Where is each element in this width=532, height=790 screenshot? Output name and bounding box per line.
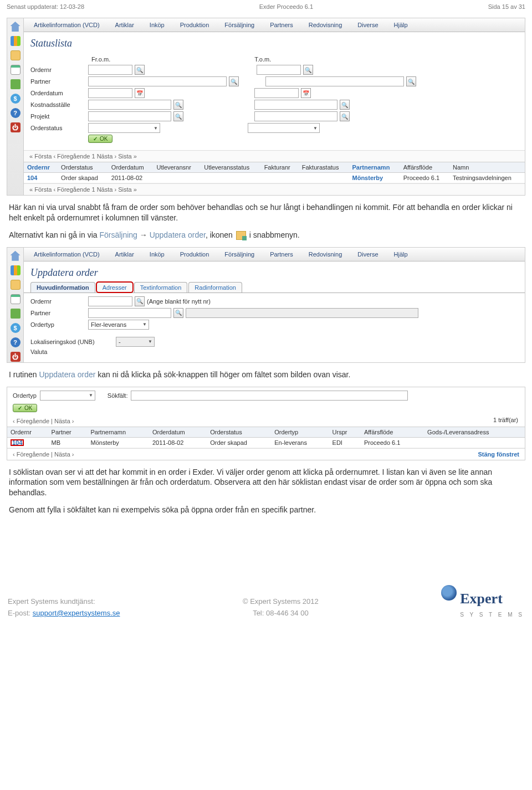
projekt-from-input[interactable] [88,111,171,121]
th-namn[interactable]: Namn [449,162,525,173]
projekt-to-input[interactable] [254,111,337,121]
lookup-icon[interactable]: 🔍 [173,308,183,318]
footer-epost-link[interactable]: support@expertsystems.se [33,609,120,617]
th-utleveransstatus[interactable]: Utleveransstatus [201,162,260,173]
th-affarsflode[interactable]: Affärsflöde [400,162,449,173]
ordernr-to-input[interactable] [257,65,301,75]
tab-adresser[interactable]: Adresser [96,282,133,293]
th-utleveransnr[interactable]: Utleveransnr [153,162,201,173]
lookup-icon[interactable]: 🔍 [135,65,145,75]
ok-button[interactable]: OK [13,404,37,412]
calendar-icon[interactable]: 📅 [301,88,311,98]
tab-textinformation[interactable]: Textinformation [134,282,188,293]
kostnad-to-input[interactable] [254,100,337,110]
power-icon[interactable]: ⏻ [11,122,21,132]
document-icon[interactable] [11,50,21,60]
pager-top[interactable]: « Första ‹ Föregående 1 Nästa › Sista » [24,150,525,162]
menu-artikelinfo[interactable]: Artikelinformation (VCD) [28,20,105,29]
partner-to-input[interactable] [265,76,404,86]
ordernr-from-input[interactable] [88,65,132,75]
label-ordertyp: Ordertyp [13,392,37,399]
th-orderstatus[interactable]: Orderstatus [207,427,271,437]
menu-artikelinfo[interactable]: Artikelinformation (VCD) [28,250,105,259]
menu-artiklar[interactable]: Artiklar [110,20,140,29]
power-icon[interactable]: ⏻ [11,352,21,362]
cell-partnernamn[interactable]: Mönsterby [349,173,400,183]
close-window-link[interactable]: Stäng fönstret [472,449,525,460]
pager-bottom[interactable]: « Första ‹ Föregående 1 Nästa › Sista » [24,183,525,195]
calendar-icon[interactable] [11,65,21,75]
menu-artiklar[interactable]: Artiklar [110,250,140,259]
home-icon[interactable] [11,251,21,261]
th-urspr[interactable]: Urspr [329,427,361,437]
th-fakturastatus[interactable]: Fakturastatus [299,162,349,173]
th-godsaddr[interactable]: Gods-/Leveransadress [424,427,525,437]
menu-diverse[interactable]: Diverse [352,20,383,29]
orderstatus-to-select[interactable] [248,123,320,133]
lookup-icon[interactable]: 🔍 [173,100,183,110]
th-ordernr[interactable]: Ordernr [24,162,58,173]
menu-inkop[interactable]: Inköp [144,20,170,29]
kostnad-from-input[interactable] [88,100,171,110]
calendar-icon[interactable]: 📅 [135,88,145,98]
money-icon[interactable]: $ [11,323,21,333]
update-order-icon [236,231,246,240]
menu-hjalp[interactable]: Hjälp [388,250,413,259]
sokfalt-input[interactable] [131,391,408,401]
ordernr-input[interactable] [88,296,132,306]
th-orderdatum[interactable]: Orderdatum [108,162,154,173]
money-icon[interactable]: $ [11,94,21,104]
cell-ordernr[interactable]: 104 [7,437,48,448]
menu-partners[interactable]: Partners [264,250,299,259]
orderdatum-from-input[interactable] [88,88,132,98]
menu-partners[interactable]: Partners [264,20,299,29]
menu-diverse[interactable]: Diverse [352,250,383,259]
th-orderstatus[interactable]: Orderstatus [58,162,108,173]
document-icon[interactable] [11,280,21,290]
ordertyp-select[interactable]: Fler-leverans [88,320,149,330]
lokkod-select[interactable]: - [116,337,155,347]
th-partnernamn[interactable]: Partnernamn [349,162,400,173]
menu-hjalp[interactable]: Hjälp [388,20,413,29]
truck-icon[interactable] [11,79,21,89]
truck-icon[interactable] [11,309,21,319]
th-orderdatum[interactable]: Orderdatum [149,427,207,437]
ordertyp-select[interactable] [40,391,95,401]
lookup-icon[interactable]: 🔍 [135,296,145,306]
calendar-icon[interactable] [11,294,21,304]
home-icon[interactable] [11,22,21,32]
menu-redovisning[interactable]: Redovisning [303,20,348,29]
th-affarsflode[interactable]: Affärsflöde [361,427,424,437]
chart-icon[interactable] [11,265,21,275]
partner-from-input[interactable] [88,76,227,86]
menu-inkop[interactable]: Inköp [144,250,170,259]
menu-produktion[interactable]: Produktion [175,250,215,259]
tab-radinformation[interactable]: Radinformation [188,282,242,293]
menu-forsaljning[interactable]: Försäljning [219,250,260,259]
th-ordertyp[interactable]: Ordertyp [271,427,329,437]
menu-produktion[interactable]: Produktion [175,20,215,29]
orderdatum-to-input[interactable] [254,88,299,98]
menu-redovisning[interactable]: Redovisning [303,250,348,259]
th-fakturanr[interactable]: Fakturanr [261,162,299,173]
partner-input[interactable] [88,308,171,318]
lookup-icon[interactable]: 🔍 [303,65,313,75]
ok-button[interactable]: OK [88,135,112,143]
lookup-icon[interactable]: 🔍 [406,76,416,86]
orderstatus-from-select[interactable] [88,123,160,133]
th-partnernamn[interactable]: Partnernamn [88,427,149,437]
th-partner[interactable]: Partner [48,427,88,437]
lookup-icon[interactable]: 🔍 [340,100,350,110]
lookup-icon[interactable]: 🔍 [173,111,183,121]
pager-top[interactable]: ‹ Föregående | Nästa › [7,415,487,427]
th-ordernr[interactable]: Ordernr [7,427,48,437]
help-icon[interactable]: ? [11,337,21,347]
help-icon[interactable]: ? [11,108,21,118]
chart-icon[interactable] [11,36,21,46]
menu-forsaljning[interactable]: Försäljning [219,20,260,29]
cell-ordernr[interactable]: 104 [24,173,58,183]
lookup-icon[interactable]: 🔍 [229,76,239,86]
tab-huvudinformation[interactable]: Huvudinformation [30,282,95,293]
pager-bottom[interactable]: ‹ Föregående | Nästa › [7,449,472,460]
lookup-icon[interactable]: 🔍 [340,111,350,121]
